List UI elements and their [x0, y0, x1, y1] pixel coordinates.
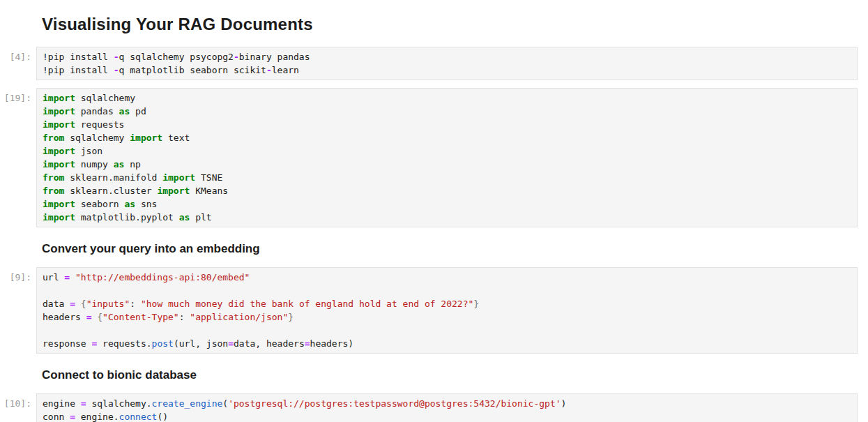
- code-token: TSNE: [195, 172, 222, 183]
- code-token: import: [43, 146, 75, 156]
- code-token: =: [228, 338, 234, 349]
- code-token: =: [70, 299, 75, 309]
- code-cell-row: [10]:engine = sqlalchemy.create_engine('…: [0, 393, 858, 422]
- code-token: headers: [43, 312, 86, 322]
- code-token: response: [43, 338, 91, 349]
- code-line: import pandas as pd: [43, 105, 851, 118]
- code-token: -: [234, 52, 239, 62]
- code-token: =: [305, 338, 310, 349]
- code-token: conn: [43, 412, 70, 422]
- code-token: connect: [119, 412, 158, 422]
- code-line: import matplotlib.pyplot as plt: [43, 211, 851, 224]
- code-line: engine = sqlalchemy.create_engine('postg…: [43, 397, 851, 410]
- code-token: as: [179, 212, 190, 223]
- code-token: import: [43, 119, 75, 130]
- code-token: }: [473, 299, 479, 309]
- code-line: import seaborn as sns: [43, 197, 851, 211]
- code-token: [75, 299, 81, 309]
- code-cell-embedding-request[interactable]: url = "http://embeddings-api:80/embed" d…: [36, 267, 858, 354]
- code-cell-row: [4]:!pip install -q sqlalchemy psycopg2-…: [0, 47, 858, 80]
- code-token: import: [43, 199, 75, 209]
- code-token: }: [288, 312, 294, 322]
- code-token: from: [43, 133, 64, 143]
- code-token: engine.: [75, 412, 119, 422]
- code-token: import: [43, 93, 75, 103]
- cell-prompt-db-connect: [10]:: [0, 393, 31, 410]
- code-token: {: [81, 299, 86, 309]
- code-line: response = requests.post(url, json=data,…: [43, 337, 851, 350]
- code-token: =: [81, 398, 86, 409]
- code-cell-pip-install[interactable]: !pip install -q sqlalchemy psycopg2-bina…: [36, 47, 858, 80]
- code-token: :: [130, 299, 141, 309]
- code-token: post: [152, 338, 174, 349]
- code-line: import numpy as np: [43, 158, 851, 171]
- code-token: pd: [130, 106, 146, 116]
- code-token: {: [97, 312, 102, 322]
- code-token: sqlalchemy: [64, 133, 130, 143]
- code-token: !pip install: [43, 65, 114, 75]
- code-line: url = "http://embeddings-api:80/embed": [43, 271, 851, 284]
- section-heading-database: Connect to bionic database: [42, 368, 868, 382]
- code-token: json: [75, 146, 102, 156]
- cell-prompt-embedding-request: [9]:: [0, 267, 31, 284]
- code-line: from sklearn.cluster import KMeans: [43, 184, 851, 197]
- code-token: q matplotlib seaborn scikit: [119, 65, 266, 75]
- code-token: KMeans: [190, 186, 228, 196]
- code-token: plt: [190, 212, 211, 223]
- code-token: =: [70, 412, 75, 422]
- code-line: from sklearn.manifold import TSNE: [43, 171, 851, 184]
- code-token: from: [43, 186, 64, 196]
- code-line: data = {"inputs": "how much money did th…: [43, 297, 851, 310]
- code-token: import: [43, 212, 75, 223]
- code-token: -: [114, 65, 119, 75]
- code-token: import: [43, 106, 75, 116]
- code-token: import: [157, 186, 190, 196]
- code-token: seaborn: [75, 199, 124, 209]
- section-heading-embedding: Convert your query into an embedding: [42, 242, 868, 256]
- code-cell-row: [9]:url = "http://embeddings-api:80/embe…: [0, 267, 858, 354]
- code-token: matplotlib.pyplot: [75, 212, 179, 223]
- code-token: data, headers: [234, 338, 305, 349]
- code-token: (): [157, 412, 168, 422]
- code-line: conn = engine.connect(): [43, 410, 851, 422]
- code-token: requests.: [97, 338, 151, 349]
- code-token: (: [222, 398, 228, 409]
- code-token: as: [124, 199, 135, 209]
- code-token: =: [64, 272, 70, 282]
- code-line: [43, 284, 851, 297]
- code-token: ): [561, 398, 567, 409]
- code-token: -: [114, 52, 119, 62]
- code-token: np: [124, 159, 140, 169]
- code-token: -: [266, 65, 272, 75]
- code-token: pandas: [75, 106, 119, 116]
- code-line: headers = {"Content-Type": "application/…: [43, 310, 851, 324]
- code-token: sklearn.cluster: [64, 186, 157, 196]
- code-token: import: [162, 172, 195, 183]
- code-token: import: [43, 159, 75, 169]
- code-token: sns: [135, 199, 157, 209]
- code-token: create_engine: [152, 398, 223, 409]
- code-token: "how much money did the bank of england …: [141, 299, 473, 309]
- code-token: "application/json": [190, 312, 288, 322]
- code-token: "inputs": [86, 299, 130, 309]
- code-line: import sqlalchemy: [43, 91, 851, 105]
- code-token: 'postgresql://postgres:testpassword@post…: [228, 398, 561, 409]
- code-cell-imports[interactable]: import sqlalchemyimport pandas as pdimpo…: [36, 88, 858, 227]
- code-line: import json: [43, 144, 851, 158]
- code-token: (url, json: [174, 338, 228, 349]
- notebook-title: Visualising Your RAG Documents: [42, 15, 868, 34]
- code-line: from sqlalchemy import text: [43, 131, 851, 144]
- code-token: "Content-Type": [102, 312, 179, 322]
- code-token: url: [43, 272, 64, 282]
- code-token: !pip install: [43, 52, 114, 62]
- code-token: binary pandas: [239, 52, 310, 62]
- code-token: learn: [272, 65, 299, 75]
- code-line: import requests: [43, 118, 851, 131]
- code-token: import: [130, 133, 162, 143]
- code-token: as: [114, 159, 125, 169]
- code-token: q sqlalchemy psycopg2: [119, 52, 234, 62]
- code-token: text: [162, 133, 190, 143]
- code-cell-row: [19]:import sqlalchemyimport pandas as p…: [0, 88, 858, 227]
- code-token: numpy: [75, 159, 114, 169]
- code-cell-db-connect[interactable]: engine = sqlalchemy.create_engine('postg…: [36, 393, 858, 422]
